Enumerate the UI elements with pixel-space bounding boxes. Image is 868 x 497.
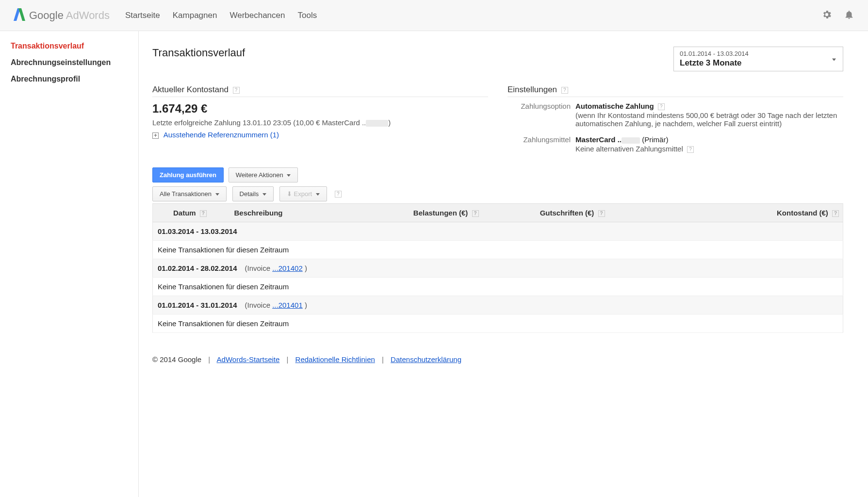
invoice-link[interactable]: ...201401 <box>272 301 303 309</box>
expand-icon[interactable]: + <box>152 133 159 139</box>
footer-link-redaktionelle-richtlinien[interactable]: Redaktionelle Richtlinien <box>295 355 375 364</box>
chevron-down-icon <box>316 193 320 196</box>
bell-icon[interactable] <box>844 9 854 21</box>
sidebar: Transaktionsverlauf Abrechnungseinstellu… <box>0 31 139 497</box>
main-nav: Startseite Kampagnen Werbechancen Tools <box>125 11 317 20</box>
transactions-table: Datum ? Beschreibung Belastungen (€) ? G… <box>152 203 843 333</box>
nav-kampagnen[interactable]: Kampagnen <box>173 11 217 20</box>
chevron-down-icon <box>215 193 219 196</box>
period-row: 01.02.2014 - 28.02.2014(Invoice ...20140… <box>153 259 843 278</box>
footer-link-datenschutzerklaerung[interactable]: Datenschutzerklärung <box>391 355 461 364</box>
period-row: 01.01.2014 - 31.01.2014(Invoice ...20140… <box>153 296 843 315</box>
no-transactions-text: Keine Transaktionen für diesen Zeitraum <box>153 241 843 259</box>
footer: © 2014 Google | AdWords-Startseite | Red… <box>152 355 843 364</box>
redacted-card-digits <box>366 120 388 127</box>
help-icon[interactable]: ? <box>233 87 240 94</box>
nav-startseite[interactable]: Startseite <box>125 11 160 20</box>
nav-werbechancen[interactable]: Werbechancen <box>229 11 285 20</box>
table-row: Keine Transaktionen für diesen Zeitraum <box>153 278 843 296</box>
chevron-down-icon <box>287 174 291 177</box>
export-button[interactable]: ⬇ Export <box>279 186 327 201</box>
help-icon[interactable]: ? <box>832 210 839 217</box>
redacted-card-digits <box>622 137 640 144</box>
sidebar-item-transaktionsverlauf[interactable]: Transaktionsverlauf <box>0 38 138 54</box>
balance-heading: Aktueller Kontostand <box>152 85 229 94</box>
payment-method-value: MasterCard .. <box>575 135 642 144</box>
make-payment-button[interactable]: Zahlung ausführen <box>152 167 224 182</box>
th-desc: Beschreibung <box>230 204 376 222</box>
payment-option-note: (wenn Ihr Kontostand mindestens 500,00 €… <box>575 111 843 128</box>
help-icon[interactable]: ? <box>561 87 568 94</box>
more-actions-button[interactable]: Weitere Aktionen <box>229 167 298 182</box>
help-icon[interactable]: ? <box>472 210 479 217</box>
download-icon: ⬇ <box>287 190 292 198</box>
help-icon[interactable]: ? <box>598 210 605 217</box>
date-range-picker[interactable]: 01.01.2014 - 13.03.2014 Letzte 3 Monate <box>673 47 843 71</box>
brand-text: Google AdWords <box>29 9 110 22</box>
help-icon[interactable]: ? <box>335 191 342 198</box>
period-row: 01.03.2014 - 13.03.2014 <box>153 222 843 241</box>
pending-references-link[interactable]: Ausstehende Referenznummern (1) <box>164 131 279 139</box>
date-range-text: 01.01.2014 - 13.03.2014 <box>680 50 837 57</box>
th-debit: Belastungen (€) <box>413 209 468 217</box>
th-date: Datum <box>173 209 196 217</box>
period-range: 01.01.2014 - 31.01.2014 <box>158 301 237 309</box>
payment-method-label: Zahlungsmittel <box>508 135 571 153</box>
copyright: © 2014 Google <box>152 355 201 364</box>
nav-tools[interactable]: Tools <box>297 11 317 20</box>
footer-link-adwords-startseite[interactable]: AdWords-Startseite <box>217 355 280 364</box>
last-payment-text: Letzte erfolgreiche Zahlung 13.01.10 23:… <box>152 118 488 127</box>
sidebar-item-abrechnungseinstellungen[interactable]: Abrechnungseinstellungen <box>0 54 138 71</box>
period-range: 01.02.2014 - 28.02.2014 <box>158 264 237 272</box>
top-bar: Google AdWords Startseite Kampagnen Werb… <box>0 0 868 31</box>
balance-amount: 1.674,29 € <box>152 102 488 116</box>
details-button[interactable]: Details <box>232 186 274 201</box>
no-transactions-text: Keine Transaktionen für diesen Zeitraum <box>153 278 843 296</box>
period-range: 01.03.2014 - 13.03.2014 <box>158 227 237 235</box>
th-balance: Kontostand (€) <box>777 209 828 217</box>
settings-heading: Einstellungen <box>508 85 557 94</box>
gear-icon[interactable] <box>821 9 832 21</box>
logo: Google AdWords <box>14 7 110 23</box>
invoice-link[interactable]: ...201402 <box>272 264 303 272</box>
help-icon[interactable]: ? <box>687 146 694 153</box>
page-title: Transaktionsverlauf <box>152 47 245 59</box>
chevron-down-icon <box>262 193 266 196</box>
no-alt-methods: Keine alternativen Zahlungsmittel <box>575 145 683 153</box>
help-icon[interactable]: ? <box>658 103 665 110</box>
th-credit: Gutschriften (€) <box>540 209 594 217</box>
transaction-filter-button[interactable]: Alle Transaktionen <box>152 186 227 201</box>
payment-option-label: Zahlungsoption <box>508 102 571 128</box>
chevron-down-icon <box>830 55 836 63</box>
help-icon[interactable]: ? <box>200 210 207 217</box>
table-row: Keine Transaktionen für diesen Zeitraum <box>153 241 843 259</box>
balance-section: Aktueller Kontostand ? 1.674,29 € Letzte… <box>152 85 488 153</box>
adwords-logo-icon <box>14 7 25 23</box>
settings-section: Einstellungen ? Zahlungsoption Automatis… <box>508 85 843 153</box>
sidebar-item-abrechnungsprofil[interactable]: Abrechnungsprofil <box>0 71 138 87</box>
table-row: Keine Transaktionen für diesen Zeitraum <box>153 315 843 333</box>
date-range-label: Letzte 3 Monate <box>680 58 837 68</box>
no-transactions-text: Keine Transaktionen für diesen Zeitraum <box>153 315 843 333</box>
payment-option-value: Automatische Zahlung <box>575 102 654 110</box>
svg-marker-1 <box>18 8 25 21</box>
